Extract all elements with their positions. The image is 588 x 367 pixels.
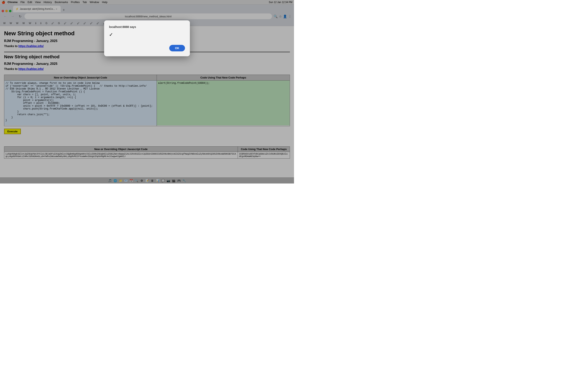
dialog-message: ✓ — [109, 32, 185, 40]
dialog-ok-button[interactable]: OK — [169, 45, 185, 51]
dialog-overlay: localhost:8888 says ✓ OK — [0, 0, 294, 184]
dialog-buttons: OK — [109, 45, 185, 51]
dialog-title: localhost:8888 says — [109, 25, 185, 29]
dialog-box: localhost:8888 says ✓ OK — [104, 20, 190, 56]
